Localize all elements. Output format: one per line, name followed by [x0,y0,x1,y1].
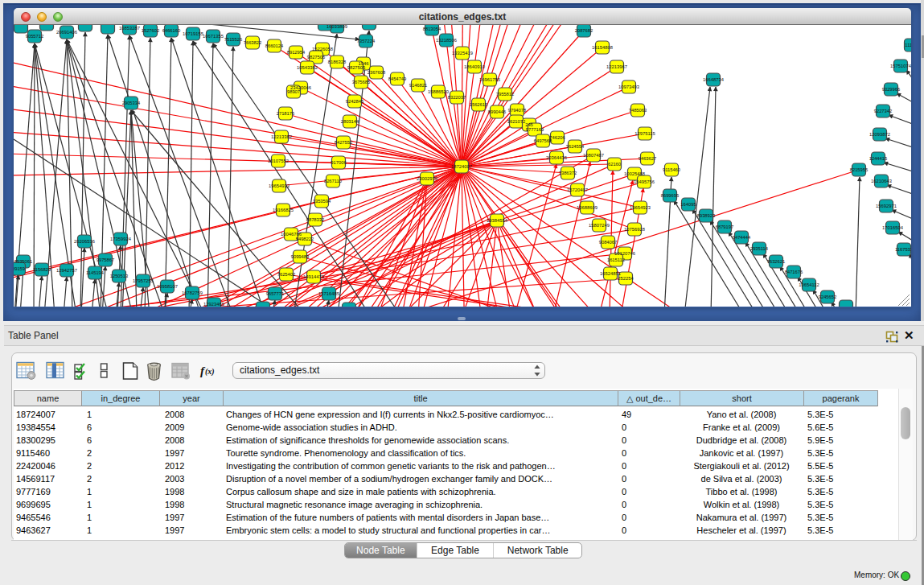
svg-text:10807487: 10807487 [583,153,604,158]
svg-text:12942757: 12942757 [56,268,77,273]
svg-text:8267110: 8267110 [324,179,342,183]
svg-text:2935114: 2935114 [750,246,769,251]
svg-text:9827505: 9827505 [347,65,366,70]
svg-text:19384554: 19384554 [487,218,508,223]
svg-text:8471676: 8471676 [785,270,803,274]
svg-text:8990446: 8990446 [488,109,507,114]
svg-text:9245652: 9245652 [819,295,837,299]
svg-text:17016504: 17016504 [882,225,904,230]
svg-text:1167533: 1167533 [895,247,911,252]
svg-text:2905334: 2905334 [122,101,141,105]
svg-text:7485063: 7485063 [629,108,647,113]
svg-text:13325419: 13325419 [452,51,473,56]
svg-text:8186328: 8186328 [328,60,347,64]
svg-text:20364436: 20364436 [546,155,567,160]
svg-text:8912954: 8912954 [287,50,306,55]
svg-text:7515526: 7515526 [224,37,243,42]
svg-text:9777169: 9777169 [526,127,544,132]
svg-text:12923465: 12923465 [203,302,224,307]
svg-text:9474444: 9474444 [733,235,751,240]
svg-text:10756928: 10756928 [624,227,645,232]
svg-text:15886520: 15886520 [428,89,449,94]
svg-text:6466160: 6466160 [162,28,181,33]
svg-text:9463627: 9463627 [639,156,657,161]
svg-text:18640910: 18640910 [464,64,485,69]
svg-text:11172: 11172 [905,43,911,47]
svg-text:1244415: 1244415 [869,156,888,161]
svg-text:10107552: 10107552 [268,159,289,163]
svg-text:2367608: 2367608 [368,70,386,75]
svg-text:7625402: 7625402 [277,272,296,277]
svg-text:1621072: 1621072 [507,119,526,124]
svg-text:9146821: 9146821 [409,83,428,88]
svg-text:7357224: 7357224 [357,39,376,43]
svg-text:164095: 164095 [680,202,696,207]
svg-text:17359924: 17359924 [110,237,132,241]
svg-text:8427552: 8427552 [335,140,353,145]
svg-text:62160: 62160 [608,162,621,167]
svg-text:13218506: 13218506 [436,38,457,43]
svg-text:746206: 746206 [549,135,565,140]
svg-text:19654923: 19654923 [630,205,651,210]
svg-text:(x): (x) [205,367,215,377]
svg-text:15720407: 15720407 [567,187,588,192]
svg-text:8322037: 8322037 [448,95,466,100]
svg-text:7386372: 7386372 [559,171,577,175]
svg-text:1527602: 1527602 [142,28,160,33]
svg-text:10671355: 10671355 [203,34,224,39]
svg-text:7632621: 7632621 [767,259,786,264]
svg-text:19166825: 19166825 [273,208,294,212]
svg-text:12213967: 12213967 [606,64,627,69]
svg-text:10958107: 10958107 [157,284,178,289]
svg-text:23002975: 23002975 [417,176,437,181]
svg-text:3675685: 3675685 [352,80,371,84]
svg-text:9115460: 9115460 [663,167,680,172]
svg-text:10688609: 10688609 [577,205,598,210]
svg-text:16961755: 16961755 [479,77,500,82]
svg-text:15226058: 15226058 [312,47,333,51]
svg-text:2718176: 2718176 [277,111,295,116]
svg-text:1562615: 1562615 [470,102,488,107]
svg-text:16033809: 16033809 [326,25,347,29]
svg-text:16210643: 16210643 [871,179,892,183]
svg-text:1615112: 1615112 [607,257,625,262]
svg-text:16648734: 16648734 [703,77,725,82]
svg-text:9657771: 9657771 [266,291,285,296]
svg-text:1353594: 1353594 [313,199,331,204]
svg-text:8938923: 8938923 [697,213,716,218]
svg-text:9099489: 9099489 [291,254,310,259]
svg-text:9055712: 9055712 [26,34,44,39]
svg-text:10654112: 10654112 [799,282,819,287]
svg-text:12213382: 12213382 [271,134,292,139]
svg-text:1250513: 1250513 [110,274,129,278]
svg-text:7663822: 7663822 [244,40,262,45]
svg-text:14914479: 14914479 [303,274,324,279]
svg-text:5498222: 5498222 [296,237,314,241]
svg-text:9827506: 9827506 [307,55,326,60]
svg-text:917006: 917006 [331,160,346,165]
svg-text:2087682: 2087682 [575,28,593,33]
svg-text:8215955: 8215955 [850,167,869,172]
svg-text:8699695: 8699695 [661,193,680,198]
svg-text:9084067: 9084067 [599,240,618,245]
svg-text:15807249: 15807249 [589,223,610,228]
svg-text:9329966: 9329966 [882,87,901,92]
svg-text:20691406: 20691406 [56,30,77,35]
svg-text:15751074: 15751074 [890,64,911,68]
svg-text:8454749: 8454749 [388,76,407,81]
svg-text:19654933: 19654933 [269,183,290,188]
svg-text:18724007: 18724007 [451,164,472,169]
svg-text:12093872: 12093872 [869,132,890,137]
svg-text:10025488: 10025488 [624,171,645,176]
svg-text:15692971: 15692971 [876,204,897,208]
svg-text:1145194: 1145194 [86,270,105,275]
svg-text:252254: 252254 [618,276,634,281]
svg-text:10853287: 10853287 [119,26,140,31]
svg-text:8878332: 8878332 [306,217,325,222]
svg-text:10543382: 10543382 [297,65,318,70]
svg-text:10973493: 10973493 [618,84,639,89]
svg-text:10120746: 10120746 [614,251,635,256]
svg-text:16495756: 16495756 [634,179,655,184]
svg-text:20206536: 20206536 [74,239,95,244]
svg-text:10719155: 10719155 [183,31,203,36]
